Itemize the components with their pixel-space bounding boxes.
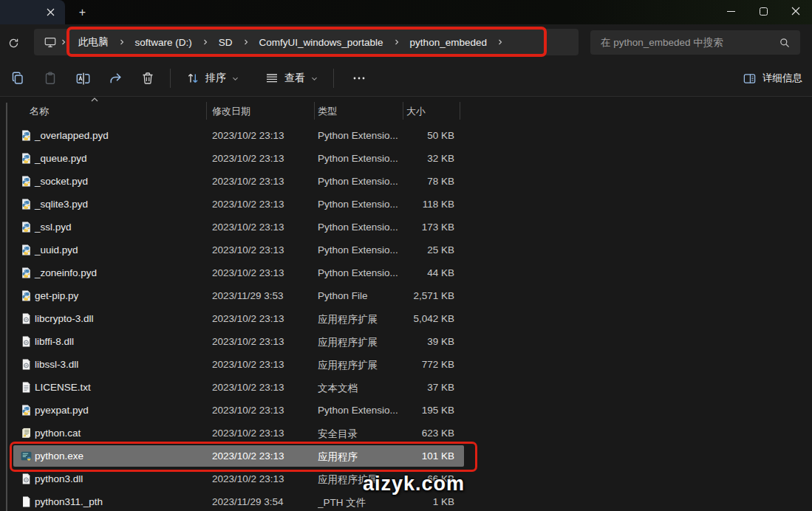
column-resize-handle[interactable] xyxy=(460,102,460,120)
python-file-icon xyxy=(20,244,33,256)
breadcrumb-item[interactable]: software (D:) xyxy=(129,33,199,52)
column-header-name[interactable]: 名称 xyxy=(30,105,49,118)
chevron-right-icon[interactable] xyxy=(494,38,507,47)
copy-button[interactable] xyxy=(3,64,33,92)
dll-file-icon xyxy=(20,312,33,325)
chevron-right-icon[interactable] xyxy=(199,38,212,47)
python-file-icon xyxy=(20,175,33,188)
file-row[interactable]: _sqlite3.pyd 2023/10/2 23:13 Python Exte… xyxy=(0,193,812,216)
file-size: 1 KB xyxy=(366,496,454,507)
rename-button[interactable] xyxy=(68,64,98,92)
column-resize-handle[interactable] xyxy=(206,102,207,120)
minimize-button[interactable] xyxy=(714,0,747,22)
file-row[interactable]: _uuid.pyd 2023/10/2 23:13 Python Extensi… xyxy=(0,239,812,261)
delete-button[interactable] xyxy=(133,64,163,92)
column-headers: 名称 修改日期 类型 大小 xyxy=(0,100,812,122)
blank-file-icon xyxy=(20,495,33,508)
search-button[interactable] xyxy=(779,37,800,49)
share-button[interactable] xyxy=(100,64,130,92)
file-row[interactable]: get-pip.py 2023/11/29 3:53 Python File 2… xyxy=(0,284,812,307)
file-row[interactable]: _overlapped.pyd 2023/10/2 23:13 Python E… xyxy=(0,124,812,147)
view-button[interactable]: 查看 xyxy=(257,64,326,92)
file-row[interactable]: libcrypto-3.dll 2023/10/2 23:13 应用程序扩展 5… xyxy=(0,307,812,330)
trash-icon xyxy=(140,71,155,86)
file-date-modified: 2023/10/2 23:13 xyxy=(212,199,284,210)
breadcrumb-item[interactable]: 此电脑 xyxy=(72,32,115,52)
sort-button[interactable]: 排序 xyxy=(178,64,247,92)
file-size: 44 KB xyxy=(366,267,454,278)
file-name: get-pip.py xyxy=(35,290,78,301)
file-row[interactable]: python.cat 2023/10/2 23:13 安全目录 623 KB xyxy=(0,422,812,445)
file-row[interactable]: _queue.pyd 2023/10/2 23:13 Python Extens… xyxy=(0,147,812,170)
column-resize-handle[interactable] xyxy=(403,102,403,120)
search-box[interactable] xyxy=(590,30,800,55)
more-options-button[interactable] xyxy=(344,64,374,92)
column-resize-handle[interactable] xyxy=(314,102,315,120)
file-row[interactable]: libssl-3.dll 2023/10/2 23:13 应用程序扩展 772 … xyxy=(0,353,812,376)
this-pc-button[interactable] xyxy=(44,35,57,49)
column-header-type[interactable]: 类型 xyxy=(318,105,337,118)
column-header-size[interactable]: 大小 xyxy=(406,105,426,118)
chevron-right-icon[interactable] xyxy=(115,38,129,47)
toolbar-separator xyxy=(333,69,334,88)
file-date-modified: 2023/10/2 23:13 xyxy=(212,130,284,141)
dll-file-icon xyxy=(20,335,33,348)
close-window-button[interactable] xyxy=(779,0,812,22)
view-label: 查看 xyxy=(284,72,305,85)
details-label: 详细信息 xyxy=(762,72,802,85)
details-pane-button[interactable]: 详细信息 xyxy=(743,60,802,97)
python-file-icon xyxy=(20,129,33,142)
file-row[interactable]: pyexpat.pyd 2023/10/2 23:13 Python Exten… xyxy=(0,399,812,422)
paste-icon xyxy=(43,71,58,86)
tab-close-button[interactable] xyxy=(44,6,57,18)
minimize-icon xyxy=(727,7,735,16)
file-date-modified: 2023/10/2 23:13 xyxy=(212,428,284,439)
file-size: 37 KB xyxy=(366,382,454,393)
breadcrumb: 此电脑software (D:)SDComfyUI_windows_portab… xyxy=(72,32,507,52)
chevron-right-icon[interactable] xyxy=(57,38,70,47)
file-name: _uuid.pyd xyxy=(35,244,78,256)
maximize-button[interactable] xyxy=(747,0,779,22)
file-date-modified: 2023/10/2 23:13 xyxy=(212,336,284,347)
file-row[interactable]: LICENSE.txt 2023/10/2 23:13 文本文档 37 KB xyxy=(0,376,812,399)
titlebar: + xyxy=(0,0,812,24)
file-name: libffi-8.dll xyxy=(35,336,74,347)
file-size: 32 KB xyxy=(366,153,454,164)
file-date-modified: 2023/10/2 23:13 xyxy=(212,450,284,462)
monitor-icon xyxy=(44,35,57,49)
file-size: 5,042 KB xyxy=(366,313,454,324)
new-tab-button[interactable]: + xyxy=(75,5,89,19)
file-rows: _overlapped.pyd 2023/10/2 23:13 Python E… xyxy=(0,124,812,511)
search-input[interactable] xyxy=(590,37,779,48)
address-bar[interactable]: 此电脑software (D:)SDComfyUI_windows_portab… xyxy=(34,29,579,55)
file-name: _zoneinfo.pyd xyxy=(35,267,97,278)
file-date-modified: 2023/10/2 23:13 xyxy=(212,244,284,256)
file-date-modified: 2023/10/2 23:13 xyxy=(212,267,284,278)
chevron-right-icon[interactable] xyxy=(390,38,403,47)
sort-ascending-caret-icon xyxy=(90,97,99,103)
file-size: 2,571 KB xyxy=(366,290,454,301)
file-name: python3.dll xyxy=(35,473,83,484)
file-name: python311._pth xyxy=(35,496,103,507)
details-pane-icon xyxy=(743,72,757,86)
sort-label: 排序 xyxy=(205,72,226,85)
file-row[interactable]: libffi-8.dll 2023/10/2 23:13 应用程序扩展 39 K… xyxy=(0,330,812,353)
file-row[interactable]: _ssl.pyd 2023/10/2 23:13 Python Extensio… xyxy=(0,216,812,239)
explorer-tab[interactable] xyxy=(0,0,65,24)
file-name: libcrypto-3.dll xyxy=(35,313,94,324)
chevron-down-icon xyxy=(310,75,318,83)
file-name: _overlapped.pyd xyxy=(35,130,109,141)
breadcrumb-item[interactable]: SD xyxy=(212,33,239,52)
breadcrumb-item[interactable]: ComfyUI_windows_portable xyxy=(253,33,390,52)
file-row[interactable]: _zoneinfo.pyd 2023/10/2 23:13 Python Ext… xyxy=(0,261,812,284)
refresh-button[interactable] xyxy=(4,33,23,52)
file-row[interactable]: _socket.pyd 2023/10/2 23:13 Python Exten… xyxy=(0,170,812,193)
breadcrumb-item[interactable]: python_embeded xyxy=(403,33,494,52)
file-row[interactable]: python.exe 2023/10/2 23:13 应用程序 101 KB xyxy=(0,445,812,467)
chevron-right-icon[interactable] xyxy=(239,38,253,47)
paste-button[interactable] xyxy=(35,64,65,92)
file-size: 101 KB xyxy=(366,450,454,462)
file-name: _sqlite3.pyd xyxy=(35,199,88,210)
file-date-modified: 2023/10/2 23:13 xyxy=(212,222,284,233)
column-header-date[interactable]: 修改日期 xyxy=(212,105,250,118)
